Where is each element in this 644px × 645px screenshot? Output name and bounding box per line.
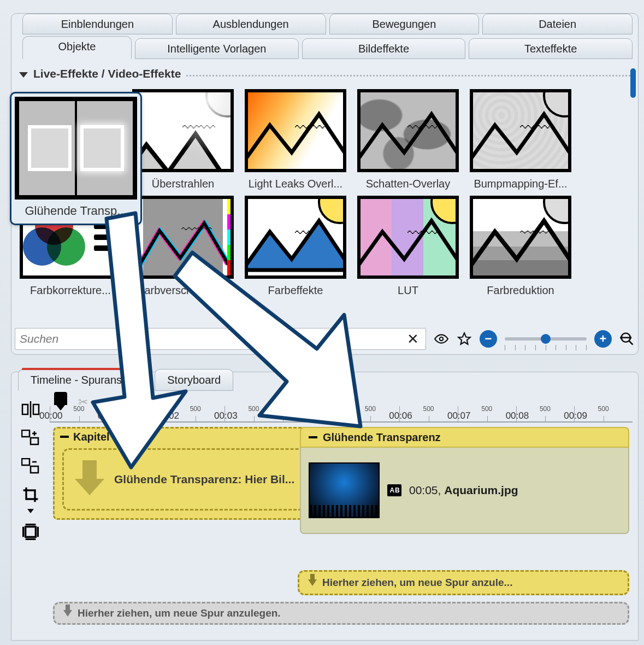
tab-storyboard[interactable]: Storyboard: [155, 369, 233, 391]
label: Farbreduktion: [487, 284, 554, 297]
effect-clip[interactable]: Glühende Transparenz A B 00:05, Aquarium…: [300, 427, 629, 569]
effect-ueberstrahlen[interactable]: 〰〰 Überstrahlen: [129, 89, 237, 190]
tool-split-icon[interactable]: [20, 400, 42, 419]
tabs-lower-row: Objekte Intelligente Vorlagen Bildeffekt…: [22, 36, 633, 59]
svg-rect-12: [22, 459, 29, 465]
timeline-panel: Timeline - Spuransicht Storyboard: [11, 372, 639, 641]
zoom-handle[interactable]: [541, 334, 551, 344]
effect-farbreduktion[interactable]: 〰〰 Farbreduktion: [467, 196, 574, 297]
down-arrow-icon: [63, 610, 72, 617]
section-title: Live-Effekte / Video-Effekte: [33, 67, 181, 80]
label: Glühende Transp...: [15, 204, 137, 218]
tab-texteffekte[interactable]: Texteffekte: [469, 38, 633, 59]
search-input[interactable]: [20, 332, 405, 345]
collapse-dash-icon: [309, 436, 317, 438]
thumb-ueberstrahlen: 〰〰: [132, 89, 234, 172]
tabs-upper-row: Einblendungen Ausblendungen Bewegungen D…: [22, 14, 633, 34]
svg-rect-15: [26, 527, 36, 537]
thumb-farbversch: 〰〰: [132, 196, 234, 279]
timeline-tabs: Timeline - Spuransicht Storyboard: [18, 369, 233, 391]
clip-thumbnail: [309, 462, 380, 518]
tab-ausblendungen[interactable]: Ausblendungen: [176, 14, 326, 34]
effect-schatten-overlay[interactable]: 〰〰 Schatten-Overlay: [355, 89, 462, 190]
section-header[interactable]: Live-Effekte / Video-Effekte: [11, 60, 638, 83]
clip-header[interactable]: Glühende Transparenz: [300, 427, 629, 447]
effect-gluehende-transparenz[interactable]: Glühende Transp...: [10, 92, 142, 225]
svg-rect-6: [33, 404, 39, 414]
ruler-ticks: 00:00500 00:01500 00:02500 00:03500 00:0…: [50, 406, 633, 421]
tool-crop-icon[interactable]: [20, 485, 42, 505]
thumb-farbreduktion: 〰〰: [470, 196, 571, 279]
thumb-gluehende-transp: [15, 97, 137, 200]
tool-add-track-icon[interactable]: [20, 428, 42, 448]
svg-rect-5: [22, 404, 28, 414]
down-arrow-icon: [308, 579, 317, 586]
drop-arrow-icon: [75, 460, 104, 499]
svg-line-3: [629, 341, 633, 345]
clear-icon[interactable]: ✕: [405, 331, 421, 348]
tab-intelligente-vorlagen[interactable]: Intelligente Vorlagen: [135, 38, 299, 59]
label: Farbeffekte: [268, 284, 323, 297]
svg-point-0: [440, 337, 444, 341]
zoom-fit-icon[interactable]: [619, 331, 635, 347]
thumb-schatten: 〰〰: [357, 89, 459, 172]
effect-farbversch[interactable]: 〰〰 Farbverschiebun...: [129, 196, 237, 297]
label: Farbverschiebun...: [138, 284, 228, 297]
label: LUT: [398, 284, 418, 297]
svg-rect-13: [31, 466, 38, 473]
label: Bumpmapping-Ef...: [474, 178, 567, 190]
eye-icon[interactable]: [434, 331, 449, 347]
search-input-box[interactable]: ✕: [15, 328, 426, 350]
chapter-title: Kapitel: [73, 431, 110, 443]
zoom-out-button[interactable]: −: [480, 330, 497, 348]
svg-rect-9: [31, 438, 38, 444]
new-track-hint-right[interactable]: Hierher ziehen, um neue Spur anzule...: [298, 570, 629, 595]
svg-marker-1: [458, 333, 470, 344]
tool-dropdown-icon[interactable]: [27, 509, 34, 513]
clip-title: Glühende Transparenz: [323, 431, 441, 444]
effect-farbeffekte[interactable]: 〰〰 Farbeffekte: [242, 196, 349, 297]
scrollbar-thumb[interactable]: [630, 68, 636, 98]
hint-text: Hierher ziehen, um neue Spur anzulegen.: [78, 607, 281, 619]
playhead[interactable]: [54, 392, 67, 405]
tab-timeline-spuransicht[interactable]: Timeline - Spuransicht: [18, 369, 151, 391]
effect-lightleaks[interactable]: 〰〰 Light Leaks Overl...: [242, 89, 349, 190]
tool-fit-icon[interactable]: [20, 522, 42, 542]
tab-bewegungen[interactable]: Bewegungen: [329, 14, 480, 34]
timeline-tracks: Kapitel Glühende Transparenz: Hier Bil..…: [50, 425, 633, 635]
drop-text: Glühende Transparenz: Hier Bil...: [114, 473, 294, 486]
effect-bumpmapping[interactable]: 〰〰 Bumpmapping-Ef...: [467, 89, 574, 190]
tab-bildeffekte[interactable]: Bildeffekte: [302, 38, 466, 59]
clip-text: 00:05, Aquarium.jpg: [409, 484, 518, 497]
tab-objekte[interactable]: Objekte: [22, 36, 132, 59]
label: Überstrahlen: [152, 178, 215, 190]
zoom-in-button[interactable]: +: [594, 330, 612, 348]
thumb-lightleaks: 〰〰: [245, 89, 346, 172]
tool-remove-track-icon[interactable]: [20, 456, 42, 476]
section-dots: [186, 75, 634, 77]
timeline-body: ✂ 00:00500 00:01500 00:02500 00:03500 00…: [11, 392, 638, 640]
ab-badge-icon: A B: [387, 484, 401, 496]
effect-lut[interactable]: 〰〰 LUT: [355, 196, 462, 297]
timeline-ruler[interactable]: ✂ 00:00500 00:01500 00:02500 00:03500 00…: [50, 394, 633, 423]
label: Schatten-Overlay: [366, 178, 451, 190]
search-row: ✕ − +: [15, 328, 635, 350]
thumb-lut: 〰〰: [357, 196, 459, 279]
clip-body[interactable]: A B 00:05, Aquarium.jpg: [300, 447, 629, 534]
thumb-farbeffekte: 〰〰: [245, 196, 346, 279]
scrollbar[interactable]: [629, 68, 636, 324]
zoom-slider[interactable]: [505, 337, 587, 341]
thumb-bump: 〰〰: [470, 89, 571, 172]
tab-dateien[interactable]: Dateien: [482, 14, 633, 34]
collapse-icon: [19, 72, 28, 78]
hint-text: Hierher ziehen, um neue Spur anzule...: [322, 577, 512, 589]
svg-rect-8: [22, 430, 29, 437]
collapse-dash-icon: [60, 436, 69, 438]
star-icon[interactable]: [457, 331, 472, 347]
new-track-hint-full[interactable]: Hierher ziehen, um neue Spur anzulegen.: [53, 602, 629, 625]
tab-einblendungen[interactable]: Einblendungen: [22, 14, 173, 34]
label: Farbkorrekture...: [30, 284, 111, 297]
label: Light Leaks Overl...: [249, 178, 342, 190]
